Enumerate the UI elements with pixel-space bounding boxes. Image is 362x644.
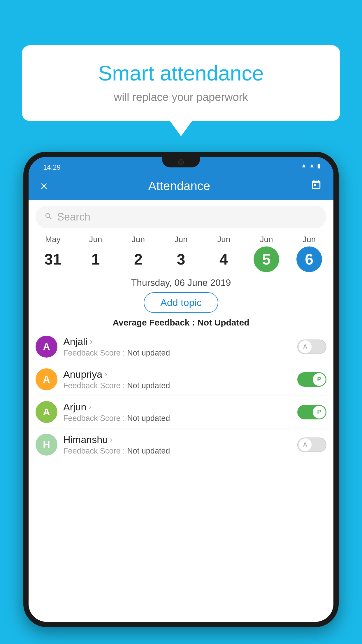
student-name: Himanshu ›	[63, 434, 291, 445]
calendar-day[interactable]: May31	[37, 235, 69, 272]
cal-month-label: Jun	[217, 235, 230, 244]
add-topic-button[interactable]: Add topic	[144, 292, 218, 313]
attendance-toggle[interactable]: P	[297, 405, 326, 419]
student-info: Anjali ›Feedback Score : Not updated	[63, 336, 291, 358]
cal-day-number: 1	[83, 246, 108, 272]
toggle-knob: P	[313, 373, 326, 386]
student-info: Himanshu ›Feedback Score : Not updated	[63, 434, 291, 456]
avg-feedback: Average Feedback : Not Updated	[29, 318, 333, 328]
speech-bubble: Smart attendance will replace your paper…	[22, 45, 340, 121]
cal-month-label: Jun	[174, 235, 187, 244]
student-item[interactable]: HHimanshu ›Feedback Score : Not updatedA	[36, 428, 326, 461]
search-bar[interactable]: Search	[36, 206, 326, 228]
front-camera	[178, 159, 184, 165]
calendar-day[interactable]: Jun5	[250, 235, 282, 272]
cal-month-label: Jun	[303, 235, 316, 244]
phone-notch	[162, 157, 200, 167]
student-avatar: A	[36, 336, 57, 358]
search-icon	[44, 212, 53, 222]
attendance-toggle[interactable]: P	[297, 372, 326, 387]
chevron-right-icon: ›	[90, 337, 92, 346]
cal-day-number: 5	[254, 246, 279, 272]
student-list: AAnjali ›Feedback Score : Not updatedAAA…	[29, 330, 333, 461]
cal-month-label: Jun	[132, 235, 145, 244]
calendar-day[interactable]: Jun3	[165, 235, 197, 272]
signal-icon: ▲	[309, 162, 315, 169]
student-info: Anupriya ›Feedback Score : Not updated	[63, 369, 291, 390]
cal-month-label: May	[45, 235, 61, 244]
toggle-knob: A	[299, 438, 312, 451]
student-name: Anjali ›	[63, 336, 291, 347]
status-time: 14:29	[43, 163, 61, 172]
bubble-subtitle: will replace your paperwork	[39, 91, 323, 104]
cal-day-number: 6	[296, 246, 322, 272]
chevron-right-icon: ›	[89, 402, 91, 412]
attendance-toggle[interactable]: A	[297, 340, 326, 354]
status-icons: ▲ ▲ ▮	[301, 162, 320, 169]
phone-screen: 14:29 ▲ ▲ ▮ × Attendance	[29, 157, 333, 622]
bubble-title: Smart attendance	[39, 61, 323, 85]
student-feedback: Feedback Score : Not updated	[63, 447, 291, 456]
chevron-right-icon: ›	[110, 435, 113, 444]
toggle-knob: P	[313, 406, 326, 419]
attendance-toggle[interactable]: A	[297, 438, 326, 452]
calendar-day[interactable]: Jun2	[122, 235, 154, 272]
student-avatar: A	[36, 401, 57, 423]
student-feedback: Feedback Score : Not updated	[63, 414, 291, 423]
student-info: Arjun ›Feedback Score : Not updated	[63, 401, 291, 423]
cal-day-number: 3	[168, 246, 194, 272]
toggle-knob: A	[299, 340, 312, 353]
chevron-right-icon: ›	[105, 370, 107, 379]
search-input-label: Search	[57, 211, 90, 223]
calendar-day[interactable]: Jun4	[208, 235, 240, 272]
student-item[interactable]: AArjun ›Feedback Score : Not updatedP	[36, 396, 326, 428]
calendar-icon[interactable]	[311, 179, 322, 193]
battery-icon: ▮	[317, 162, 320, 169]
calendar-day[interactable]: Jun6	[293, 235, 325, 272]
cal-month-label: Jun	[260, 235, 273, 244]
student-item[interactable]: AAnjali ›Feedback Score : Not updatedA	[36, 330, 326, 363]
student-avatar: H	[36, 434, 57, 456]
student-feedback: Feedback Score : Not updated	[63, 381, 291, 390]
selected-date: Thursday, 06 June 2019	[29, 277, 333, 288]
cal-day-number: 4	[211, 246, 237, 272]
calendar-row: May31Jun1Jun2Jun3Jun4Jun5Jun6	[29, 228, 333, 272]
header-title: Attendance	[148, 179, 210, 193]
student-name: Anupriya ›	[63, 369, 291, 380]
cal-day-number: 2	[125, 246, 151, 272]
wifi-icon: ▲	[301, 162, 307, 169]
phone-outer: 14:29 ▲ ▲ ▮ × Attendance	[23, 152, 339, 627]
phone-container: 14:29 ▲ ▲ ▮ × Attendance	[23, 152, 339, 644]
calendar-day[interactable]: Jun1	[80, 235, 112, 272]
cal-day-number: 31	[40, 246, 66, 272]
close-button[interactable]: ×	[40, 179, 48, 193]
student-avatar: A	[36, 368, 57, 390]
cal-month-label: Jun	[89, 235, 102, 244]
student-feedback: Feedback Score : Not updated	[63, 349, 291, 358]
student-name: Arjun ›	[63, 401, 291, 413]
student-item[interactable]: AAnupriya ›Feedback Score : Not updatedP	[36, 363, 326, 396]
